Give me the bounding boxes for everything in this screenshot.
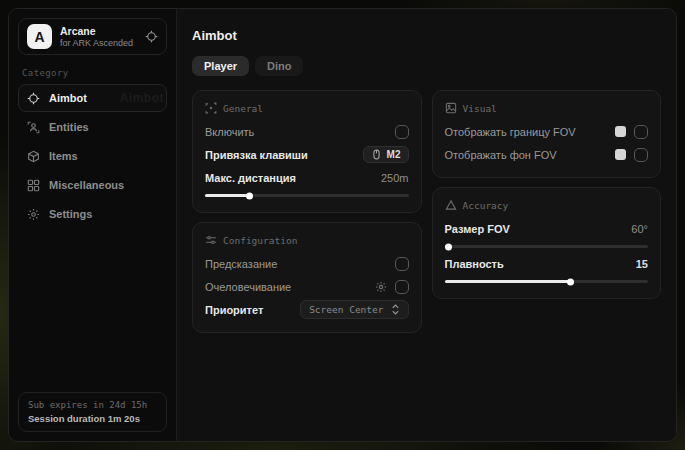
keybind-row: Привязка клавиши M2 [205,143,409,166]
sidebar-item-entities[interactable]: Entities [18,113,167,141]
configuration-card: Configuration Предсказание Очеловечивани… [192,222,422,333]
category-label: Category [22,68,163,78]
sidebar: A Arcane for ARK Ascended Category [9,9,177,441]
app-name: Arcane [60,25,137,37]
general-card: General Включить Привязка клавиши [192,90,422,213]
package-icon [27,150,40,163]
prediction-checkbox[interactable] [395,257,409,271]
sidebar-item-settings[interactable]: Settings [18,200,167,228]
keybind-value: M2 [387,149,401,160]
visual-card-header: Visual [445,102,649,114]
keybind-button[interactable]: M2 [363,146,409,163]
sidebar-item-label: Items [49,150,78,162]
app-title-block: Arcane for ARK Ascended [60,25,137,48]
smoothness-slider[interactable] [445,280,649,283]
distance-row: Макс. дистанция 250m [205,166,409,189]
visual-card-title: Visual [463,103,497,114]
sidebar-item-aimbot[interactable]: Aimbot Aimbot [18,84,167,112]
tab-bar: Player Dino [192,56,661,76]
fov-size-slider[interactable] [445,245,649,248]
distance-slider-thumb[interactable] [246,192,253,199]
delta-triangle-icon [445,199,457,211]
mouse-icon [371,149,382,160]
entities-icon [27,121,40,134]
sidebar-item-label: Miscellaneous [49,179,124,191]
focus-icon [205,102,217,114]
session-duration-text: Session duration 1m 20s [28,413,157,424]
general-card-title: General [223,103,263,114]
sub-expires-text: Sub expires in 24d 15h [28,400,157,410]
humanize-settings-gear-icon[interactable] [375,281,387,293]
sidebar-nav: Aimbot Aimbot Entities [18,84,167,228]
priority-label: Приоритет [205,304,263,316]
prediction-label: Предсказание [205,258,277,270]
crosshair-icon [27,92,40,105]
humanize-checkbox[interactable] [395,280,409,294]
accuracy-card-title: Accuracy [463,200,509,211]
aimbot-ghost-watermark: Aimbot [120,91,164,105]
fov-border-label: Отображать границу FOV [445,126,576,138]
app-subtitle: for ARK Ascended [60,38,137,48]
humanize-row: Очеловечивание [205,275,409,298]
priority-row: Приоритет Screen Center [205,298,409,321]
gear-icon [27,208,40,221]
humanize-label: Очеловечивание [205,281,291,293]
priority-value: Screen Center [309,304,383,315]
enable-row: Включить [205,120,409,143]
fov-border-checkbox[interactable] [634,125,648,139]
sidebar-item-miscellaneous[interactable]: Miscellaneous [18,171,167,199]
configuration-card-header: Configuration [205,234,409,246]
app-logo-card: A Arcane for ARK Ascended [18,18,167,55]
fov-background-checkbox[interactable] [634,148,648,162]
fov-size-value: 60° [631,223,648,235]
page-title: Aimbot [192,28,661,43]
distance-slider[interactable] [205,194,409,197]
sidebar-item-label: Settings [49,208,92,220]
visual-card: Visual Отображать границу FOV Отображать… [432,90,662,178]
app-logo: A [27,24,52,49]
tune-icon [205,234,217,246]
tab-dino[interactable]: Dino [255,56,303,76]
fov-background-label: Отображать фон FOV [445,149,557,161]
enable-checkbox[interactable] [395,125,409,139]
fov-border-row: Отображать границу FOV [445,120,649,143]
smoothness-value: 15 [636,258,648,270]
main-panel: Aimbot Player Dino General [177,9,676,441]
tab-player[interactable]: Player [192,56,249,76]
accuracy-card: Accuracy Размер FOV 60° Плавность 15 [432,187,662,299]
app-window: A Arcane for ARK Ascended Category [8,8,677,442]
smoothness-label: Плавность [445,258,504,270]
smoothness-row: Плавность 15 [445,252,649,275]
unload-crosshair-icon[interactable] [145,30,158,43]
fov-background-color-swatch[interactable] [615,149,626,160]
fov-size-label: Размер FOV [445,223,510,235]
prediction-row: Предсказание [205,252,409,275]
chevron-up-down-icon [391,304,400,315]
keybind-label: Привязка клавиши [205,149,308,161]
priority-dropdown[interactable]: Screen Center [300,300,408,319]
distance-label: Макс. дистанция [205,172,296,184]
image-icon [445,102,457,114]
smoothness-slider-thumb[interactable] [567,278,574,285]
fov-background-row: Отображать фон FOV [445,143,649,166]
sidebar-item-label: Aimbot [49,92,87,104]
sidebar-item-label: Entities [49,121,89,133]
distance-value: 250m [381,172,409,184]
general-card-header: General [205,102,409,114]
fov-size-slider-thumb[interactable] [445,243,452,250]
grid-icon [27,179,40,192]
accuracy-card-header: Accuracy [445,199,649,211]
enable-label: Включить [205,126,254,138]
session-info-card: Sub expires in 24d 15h Session duration … [18,392,167,432]
sidebar-item-items[interactable]: Items [18,142,167,170]
fov-size-row: Размер FOV 60° [445,217,649,240]
configuration-card-title: Configuration [223,235,297,246]
fov-border-color-swatch[interactable] [615,126,626,137]
